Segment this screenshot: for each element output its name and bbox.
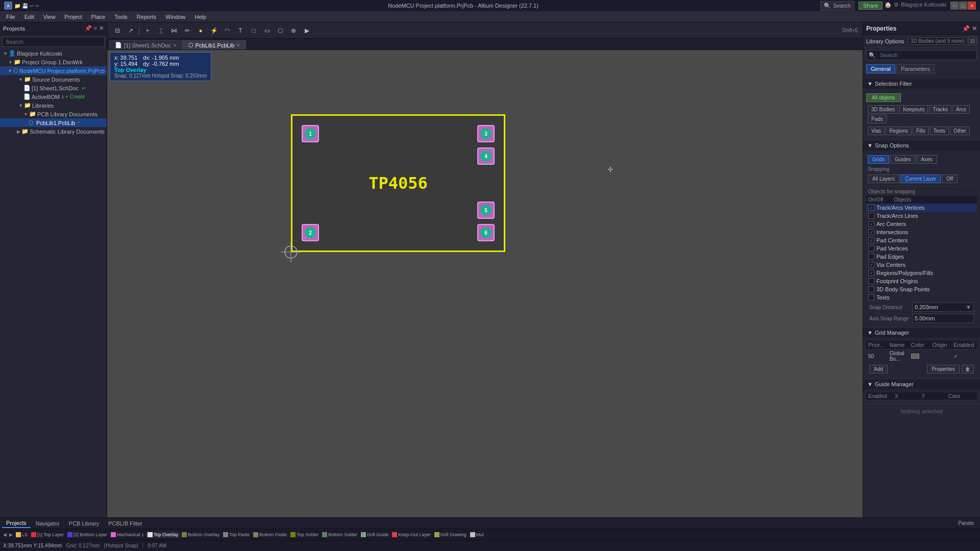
route-btn[interactable]: ↗: [125, 24, 137, 37]
tab-schematic[interactable]: 📄 [1] Sheet1.SchDoc ✕: [109, 40, 183, 49]
tree-options-icon[interactable]: ···: [65, 51, 69, 56]
menu-window[interactable]: Window: [161, 13, 189, 21]
prev-layer-btn[interactable]: ◀: [2, 532, 8, 537]
rect2-btn[interactable]: ▭: [261, 24, 273, 37]
menu-place[interactable]: Place: [87, 13, 110, 21]
menu-view[interactable]: View: [39, 13, 60, 21]
tab-general[interactable]: General: [866, 64, 895, 73]
snap-distance-dropdown[interactable]: ▼: [966, 304, 971, 310]
snap-checkbox[interactable]: [868, 278, 874, 284]
snap-checkbox[interactable]: ✓: [868, 205, 874, 211]
panel-close-icon[interactable]: ✕: [972, 25, 977, 32]
snap-checkbox[interactable]: [868, 213, 874, 219]
snap-checkbox[interactable]: [868, 286, 874, 292]
properties-search-input[interactable]: [878, 51, 976, 60]
power-btn[interactable]: ⚡: [208, 24, 220, 37]
btab-projects[interactable]: Projects: [2, 519, 31, 528]
all-objects-btn[interactable]: All objects: [866, 93, 901, 102]
snap-checkbox[interactable]: ✓: [868, 221, 874, 227]
layer-ls[interactable]: LS: [14, 532, 29, 538]
tree-item-source[interactable]: ▼ 📁 Source Documents: [0, 75, 107, 84]
filter-pads[interactable]: Pads: [868, 115, 887, 123]
panels-btn[interactable]: Panels: [954, 520, 978, 526]
snap-checkbox[interactable]: ✓: [868, 262, 874, 268]
layer-mul[interactable]: Mul: [469, 532, 485, 538]
snap-checkbox[interactable]: ✓: [868, 229, 874, 235]
snap-row-regions[interactable]: ✓ Regions/Polygons/Fills: [866, 269, 977, 277]
filter-tracks[interactable]: Tracks: [929, 105, 951, 114]
layer-bottomsolder[interactable]: Bottom Solder: [321, 532, 359, 538]
tree-item-pcblib[interactable]: ⬡ PcbLib1.PcbLib *: [0, 118, 107, 127]
tree-item-libraries[interactable]: ▼ 📁 Libraries: [0, 101, 107, 110]
layer-drillguide[interactable]: Drill Guide: [359, 532, 390, 538]
share-button[interactable]: Share: [859, 2, 883, 10]
via-btn[interactable]: ●: [194, 24, 207, 37]
layer-mech1[interactable]: Mechanical 1: [109, 532, 145, 538]
tree-item-user[interactable]: ▼ 👤 Blagojce Kolicoski ···: [0, 49, 107, 58]
tab-pcblib[interactable]: ⬡ PcbLib1.PcbLib ✕: [183, 40, 246, 49]
snap-checkbox[interactable]: [868, 294, 874, 300]
interactive-btn[interactable]: ⌶: [155, 24, 167, 37]
tree-item-bom[interactable]: 📄 ActiveBOM ℹ + Create: [0, 92, 107, 101]
btab-pcblibfilter[interactable]: PCBLIB Filter: [104, 519, 146, 528]
pen-btn[interactable]: ✏: [181, 24, 193, 37]
projects-search-input[interactable]: [2, 37, 105, 47]
text-btn[interactable]: T: [234, 24, 247, 37]
filter-texts[interactable]: Texts: [930, 127, 949, 135]
layer-keepout[interactable]: Keep-Out Layer: [390, 532, 432, 538]
tree-item-project[interactable]: ▼ ⬡ NodeMCU Project platform.PrjPcb: [0, 66, 107, 75]
tab-parameters[interactable]: Parameters: [896, 64, 935, 73]
panel-pin-icon[interactable]: 📌: [962, 25, 970, 32]
next-layer-btn[interactable]: ▶: [8, 532, 14, 537]
guide-manager-header[interactable]: ▼ Guide Manager: [863, 379, 980, 389]
filter-vias[interactable]: Vias: [868, 127, 885, 135]
snap-checkbox[interactable]: [868, 245, 874, 252]
grid-enabled[interactable]: ✓: [953, 354, 975, 359]
snap-checkbox[interactable]: ✓: [868, 237, 874, 243]
run-btn[interactable]: ▶: [301, 24, 313, 37]
axes-btn[interactable]: Axes: [917, 155, 937, 164]
current-layer-btn[interactable]: Current Layer: [900, 174, 941, 183]
close-button[interactable]: ✕: [968, 2, 976, 10]
add-btn[interactable]: +: [141, 24, 154, 37]
btab-pcblibrary[interactable]: PCB Library: [65, 519, 103, 528]
snap-row-arccenters[interactable]: ✓ Arc Centers: [866, 220, 977, 228]
menu-reports[interactable]: Reports: [133, 13, 161, 21]
minimize-button[interactable]: ─: [950, 2, 959, 10]
snap-options-header[interactable]: ▼ Snap Options: [863, 140, 980, 151]
layer-bottompaste[interactable]: Bottom Paste: [252, 532, 288, 538]
filter-3dbodies[interactable]: 3D Bodies: [868, 105, 898, 114]
snap-row-footprints[interactable]: Footprint Origins: [866, 277, 977, 285]
grids-btn[interactable]: Grids: [868, 155, 889, 164]
pad-1[interactable]: 1: [302, 125, 319, 142]
snap-row-intersections[interactable]: ✓ Intersections: [866, 228, 977, 236]
tree-item-schlib-folder[interactable]: ▶ 📁 Schematic Library Documents: [0, 127, 107, 136]
menu-tools[interactable]: Tools: [110, 13, 132, 21]
filter-icon[interactable]: ⊟: [968, 37, 977, 45]
tree-item-pcblib-folder[interactable]: ▼ 📁 PCB Library Documents: [0, 110, 107, 118]
pad-2[interactable]: 2: [302, 224, 319, 241]
arc-btn[interactable]: ◠: [221, 24, 233, 37]
tab-close-icon[interactable]: ✕: [236, 43, 240, 48]
menu-help[interactable]: Help: [190, 13, 210, 21]
poly-btn[interactable]: ⬡: [274, 24, 286, 37]
maximize-button[interactable]: □: [959, 2, 967, 10]
settings-icon[interactable]: ⚙: [894, 2, 899, 10]
canvas-area[interactable]: ⊟ ↗ + ⌶ ⋈ ✏ ● ⚡ ◠ T □ ▭ ⬡ ⊕ ▶ Shift+E 📄 …: [107, 22, 863, 517]
snap-row-padvertices[interactable]: Pad Vertices: [866, 244, 977, 253]
tab-close-icon[interactable]: ✕: [173, 43, 177, 48]
grid-manager-header[interactable]: ▼ Grid Manager: [863, 328, 980, 338]
layer-drilldrawing[interactable]: Drill Drawing: [433, 532, 468, 538]
menu-edit[interactable]: Edit: [20, 13, 38, 21]
tree-item-schematic[interactable]: 📄 [1] Sheet1.SchDoc ↩: [0, 84, 107, 92]
filter-btn[interactable]: ⊟: [111, 24, 124, 37]
home-icon[interactable]: 🏠: [885, 2, 892, 10]
menu-file[interactable]: File: [2, 13, 19, 21]
filter-arcs[interactable]: Arcs: [952, 105, 970, 114]
rect-btn[interactable]: □: [248, 24, 260, 37]
filter-fills[interactable]: Fills: [913, 127, 929, 135]
add-grid-button[interactable]: Add: [869, 365, 888, 373]
pad-4[interactable]: 4: [477, 147, 495, 165]
pad-6[interactable]: 6: [477, 224, 495, 241]
snap-row-padcenters[interactable]: ✓ Pad Centers: [866, 236, 977, 244]
